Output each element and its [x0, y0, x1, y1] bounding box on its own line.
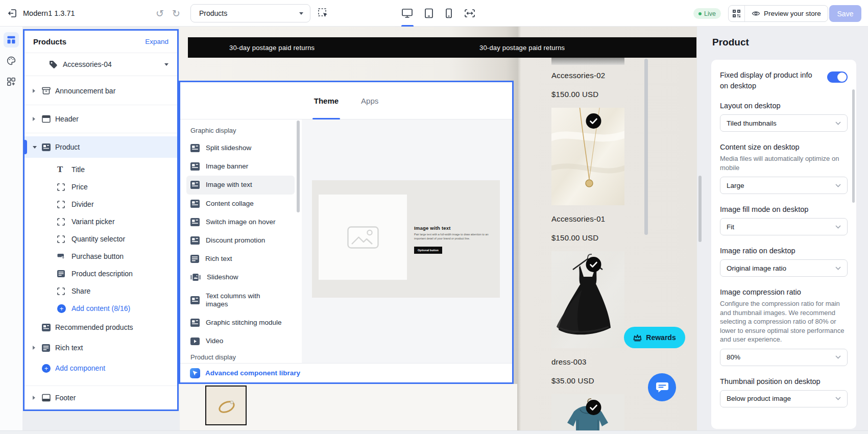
image-placeholder [319, 195, 407, 280]
caret-down-icon[interactable] [33, 146, 42, 149]
mobile-view-icon[interactable] [445, 0, 453, 27]
tree-item-recommended-products[interactable]: Recommended products [25, 317, 177, 337]
settings-card: Fixed display of product info on desktop… [711, 60, 856, 429]
add-component-link[interactable]: + Add component [25, 358, 177, 378]
settings-scrollbar[interactable] [852, 89, 855, 203]
component-item-content-collage[interactable]: Content collage [186, 195, 295, 213]
selected-check-badge[interactable] [557, 113, 630, 129]
live-dot [698, 12, 702, 15]
chevron-down-icon [835, 355, 841, 359]
layout-on-desktop-select[interactable]: Tiled thumbnails [720, 114, 848, 132]
tree-item-purchase-button[interactable]: Purchase button [25, 248, 177, 265]
undo-icon[interactable]: ↺ [156, 9, 164, 18]
theme-palette-icon[interactable] [4, 53, 19, 68]
tree-item-announcement-bar[interactable]: Announcement bar [25, 80, 177, 102]
fixed-display-setting: Fixed display of product info on desktop [720, 70, 848, 91]
exit-editor-icon[interactable] [7, 8, 17, 18]
selected-check-badge[interactable] [557, 257, 630, 272]
tablet-view-icon[interactable] [424, 0, 434, 27]
image-fill-mode-select[interactable]: Fit [720, 218, 848, 235]
tree-item-share[interactable]: Share [25, 282, 177, 300]
marquee-select-icon[interactable] [317, 7, 329, 19]
tree-item-title[interactable]: T Title [25, 161, 177, 178]
component-list-scrollbar[interactable] [297, 120, 300, 212]
page-selector[interactable]: Products [190, 4, 310, 22]
image-placeholder-icon [347, 226, 379, 249]
component-item-video[interactable]: Video [186, 332, 295, 350]
field-label: Image fill mode on desktop [720, 205, 848, 213]
preview-store-button[interactable]: Preview your store [745, 6, 828, 21]
chevron-down-icon [164, 63, 168, 66]
component-item-slideshow[interactable]: Slideshow [186, 268, 295, 286]
selected-check-badge[interactable] [557, 400, 630, 415]
chat-widget-button[interactable] [648, 373, 676, 401]
component-item-switch-image-on-hover[interactable]: Switch image on hover [186, 213, 295, 231]
caret-right-icon[interactable] [33, 346, 42, 350]
panel-divider-scrollbar[interactable] [698, 176, 702, 242]
plus-circle-icon: + [57, 304, 71, 313]
product-image-teal-dress[interactable] [551, 394, 624, 434]
component-item-discount-promotion[interactable]: Discount promotion [186, 231, 295, 250]
announcement-banner[interactable]: 30-day postage paid returns 30-day posta… [188, 37, 696, 58]
caret-right-icon[interactable] [33, 89, 42, 93]
toggle-knob [837, 73, 847, 82]
tree-item-label: Header [55, 115, 79, 123]
component-item-split-slideshow[interactable]: Split slideshow [186, 139, 295, 157]
tree-item-product[interactable]: Product [25, 136, 177, 158]
expand-link[interactable]: Expand [145, 38, 168, 45]
tree-item-product-description[interactable]: Product description [25, 265, 177, 282]
product-price: $150.00 USD [551, 90, 624, 99]
tree-item-divider[interactable]: Divider [25, 196, 177, 213]
save-button[interactable]: Save [829, 5, 861, 22]
desktop-view-icon[interactable] [401, 0, 413, 27]
product-thumbnail-ring[interactable] [205, 385, 247, 425]
rewards-button[interactable]: Rewards [624, 327, 685, 348]
component-item-text-columns-with-images[interactable]: Text columns with images [186, 287, 295, 314]
selected-marker [25, 140, 27, 154]
add-block-rail-icon[interactable] [4, 74, 19, 89]
sidebar-title: Products [33, 37, 66, 46]
field-help: Configure the compression ratio for main… [720, 299, 848, 344]
tree-item-price[interactable]: Price [25, 178, 177, 196]
fullwidth-view-icon[interactable] [464, 0, 476, 27]
block-icon [190, 319, 200, 327]
fixed-display-toggle[interactable] [827, 71, 848, 83]
product-image-necklace[interactable] [551, 108, 624, 205]
chevron-down-icon [299, 12, 303, 15]
chat-bubble-icon [656, 381, 669, 394]
block-icon [190, 236, 200, 245]
text-lines-icon [57, 270, 71, 277]
component-item-label: Text columns with images [206, 292, 267, 308]
tab-theme[interactable]: Theme [314, 82, 339, 119]
preview-text-column: Image with text Pair large text with a f… [414, 225, 495, 254]
tree-item-rich-text[interactable]: Rich text [25, 337, 177, 358]
field-label: Content size on desktop [720, 143, 848, 151]
qr-code-button[interactable] [729, 6, 745, 21]
component-item-rich-text[interactable]: Rich text [186, 250, 295, 268]
component-item-image-with-text[interactable]: Image with text [186, 176, 295, 194]
tree-item-variant-picker[interactable]: Variant picker [25, 213, 177, 230]
content-size-select[interactable]: Large [720, 177, 848, 194]
field-label: Thumbnail position on desktop [720, 377, 848, 385]
add-content-link[interactable]: + Add content (8/16) [25, 300, 177, 317]
advanced-component-library-link[interactable]: Advanced component library [205, 369, 300, 377]
caret-right-icon[interactable] [33, 396, 42, 400]
redo-icon[interactable]: ↻ [172, 9, 180, 18]
template-selector[interactable]: Accessories-04 [25, 53, 177, 76]
thumbnail-position-select[interactable]: Below product image [720, 390, 848, 407]
tree-item-header[interactable]: Header [25, 108, 177, 130]
tab-apps[interactable]: Apps [361, 82, 378, 119]
tree-item-quantity-selector[interactable]: Quantity selector [25, 230, 177, 248]
caret-right-icon[interactable] [33, 117, 42, 121]
tree-item-footer[interactable]: Footer [25, 386, 177, 409]
sections-rail-icon[interactable] [4, 32, 19, 47]
product-image-partial[interactable] [551, 58, 624, 65]
product-image-black-dress[interactable] [551, 251, 624, 348]
tree-item-label: Announcement bar [55, 87, 115, 95]
component-item-graphic-stitching-module[interactable]: Graphic stitching module [186, 314, 295, 332]
image-ratio-select[interactable]: Original image ratio [720, 259, 848, 277]
image-compression-select[interactable]: 80% [720, 349, 848, 366]
store-scrollbar[interactable] [644, 59, 648, 235]
component-item-label: Video [206, 337, 223, 345]
component-item-image-banner[interactable]: Image banner [186, 157, 295, 176]
